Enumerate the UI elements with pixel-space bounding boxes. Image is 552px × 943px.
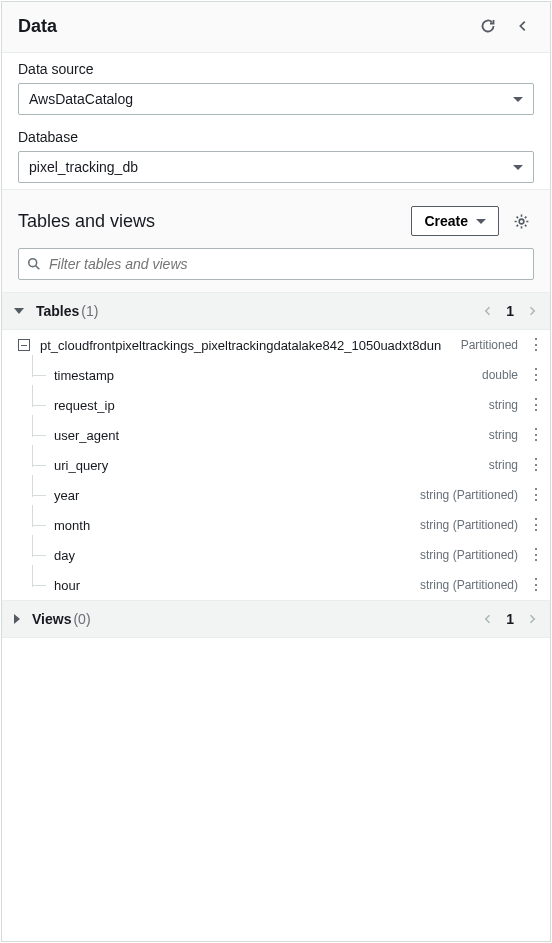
column-menu-button[interactable]: ⋮ bbox=[528, 457, 538, 473]
views-group-header: Views (0) 1 bbox=[2, 600, 550, 638]
triangle-down-icon bbox=[14, 308, 24, 314]
database-value: pixel_tracking_db bbox=[29, 159, 513, 175]
column-type: string (Partitioned) bbox=[420, 578, 518, 592]
database-section: Database pixel_tracking_db bbox=[2, 121, 550, 189]
views-pager: 1 bbox=[482, 611, 538, 627]
column-row: hour string (Partitioned) ⋮ bbox=[2, 570, 550, 600]
column-type: double bbox=[482, 368, 518, 382]
refresh-icon bbox=[480, 18, 496, 34]
column-name: month bbox=[54, 518, 420, 533]
column-row: year string (Partitioned) ⋮ bbox=[2, 480, 550, 510]
search-icon bbox=[27, 257, 41, 271]
filter-container bbox=[2, 248, 550, 292]
column-type: string (Partitioned) bbox=[420, 488, 518, 502]
column-menu-button[interactable]: ⋮ bbox=[528, 427, 538, 443]
chevron-right-icon bbox=[526, 305, 538, 317]
tree-connector bbox=[26, 577, 54, 593]
triangle-right-icon bbox=[14, 614, 20, 624]
column-menu-button[interactable]: ⋮ bbox=[528, 367, 538, 383]
create-button[interactable]: Create bbox=[411, 206, 499, 236]
column-row: month string (Partitioned) ⋮ bbox=[2, 510, 550, 540]
column-menu-button[interactable]: ⋮ bbox=[528, 547, 538, 563]
tables-pager: 1 bbox=[482, 303, 538, 319]
tree-connector bbox=[26, 397, 54, 413]
column-menu-button[interactable]: ⋮ bbox=[528, 397, 538, 413]
collapse-button[interactable] bbox=[512, 15, 534, 37]
datasource-value: AwsDataCatalog bbox=[29, 91, 513, 107]
svg-point-1 bbox=[29, 259, 37, 267]
tree-connector bbox=[26, 487, 54, 503]
tables-views-header: Tables and views Create bbox=[2, 190, 550, 248]
chevron-left-icon bbox=[482, 305, 494, 317]
column-type: string (Partitioned) bbox=[420, 518, 518, 532]
tree-connector bbox=[26, 427, 54, 443]
views-next-page[interactable] bbox=[526, 613, 538, 625]
column-name: request_ip bbox=[54, 398, 489, 413]
tables-group-count: (1) bbox=[81, 303, 98, 319]
chevron-right-icon bbox=[526, 613, 538, 625]
tree-connector bbox=[26, 547, 54, 563]
database-select[interactable]: pixel_tracking_db bbox=[18, 151, 534, 183]
views-prev-page[interactable] bbox=[482, 613, 494, 625]
column-menu-button[interactable]: ⋮ bbox=[528, 517, 538, 533]
column-menu-button[interactable]: ⋮ bbox=[528, 577, 538, 593]
filter-input[interactable] bbox=[49, 256, 525, 272]
column-row: user_agent string ⋮ bbox=[2, 420, 550, 450]
datasource-section: Data source AwsDataCatalog bbox=[2, 53, 550, 121]
column-row: timestamp double ⋮ bbox=[2, 360, 550, 390]
column-row: request_ip string ⋮ bbox=[2, 390, 550, 420]
column-menu-button[interactable]: ⋮ bbox=[528, 487, 538, 503]
tables-toggle[interactable] bbox=[14, 308, 24, 314]
column-row: uri_query string ⋮ bbox=[2, 450, 550, 480]
header-actions bbox=[476, 14, 534, 38]
caret-down-icon bbox=[513, 97, 523, 102]
data-panel: Data Data source AwsDataCatalog Database bbox=[1, 1, 551, 942]
tree-connector bbox=[26, 517, 54, 533]
tables-next-page[interactable] bbox=[526, 305, 538, 317]
column-name: hour bbox=[54, 578, 420, 593]
column-name: year bbox=[54, 488, 420, 503]
partitioned-badge: Partitioned bbox=[461, 338, 518, 352]
datasource-label: Data source bbox=[18, 61, 534, 77]
settings-button[interactable] bbox=[509, 209, 534, 234]
views-group-count: (0) bbox=[73, 611, 90, 627]
panel-title: Data bbox=[18, 16, 57, 37]
table-row: pt_cloudfrontpixeltrackings_pixeltrackin… bbox=[2, 330, 550, 360]
create-button-label: Create bbox=[424, 213, 468, 229]
views-page-number: 1 bbox=[506, 611, 514, 627]
views-toggle[interactable] bbox=[14, 614, 20, 624]
tables-group-header: Tables (1) 1 bbox=[2, 292, 550, 330]
chevron-left-icon bbox=[516, 19, 530, 33]
tables-views-title: Tables and views bbox=[18, 211, 155, 232]
gear-icon bbox=[513, 213, 530, 230]
collapse-table-toggle[interactable] bbox=[18, 339, 30, 351]
database-label: Database bbox=[18, 129, 534, 145]
tree-connector bbox=[26, 457, 54, 473]
column-type: string (Partitioned) bbox=[420, 548, 518, 562]
column-name: uri_query bbox=[54, 458, 489, 473]
tables-page-number: 1 bbox=[506, 303, 514, 319]
column-row: day string (Partitioned) ⋮ bbox=[2, 540, 550, 570]
column-type: string bbox=[489, 398, 518, 412]
column-name: day bbox=[54, 548, 420, 563]
column-name: timestamp bbox=[54, 368, 482, 383]
svg-point-0 bbox=[519, 219, 524, 224]
table-name[interactable]: pt_cloudfrontpixeltrackings_pixeltrackin… bbox=[40, 338, 453, 353]
column-name: user_agent bbox=[54, 428, 489, 443]
table-menu-button[interactable]: ⋮ bbox=[528, 337, 538, 353]
filter-box[interactable] bbox=[18, 248, 534, 280]
caret-down-icon bbox=[476, 219, 486, 224]
tables-prev-page[interactable] bbox=[482, 305, 494, 317]
refresh-button[interactable] bbox=[476, 14, 500, 38]
column-type: string bbox=[489, 458, 518, 472]
views-group-label: Views bbox=[32, 611, 71, 627]
tables-group-label: Tables bbox=[36, 303, 79, 319]
column-type: string bbox=[489, 428, 518, 442]
datasource-select[interactable]: AwsDataCatalog bbox=[18, 83, 534, 115]
panel-header: Data bbox=[2, 2, 550, 53]
caret-down-icon bbox=[513, 165, 523, 170]
tree-connector bbox=[26, 367, 54, 383]
chevron-left-icon bbox=[482, 613, 494, 625]
tables-views-actions: Create bbox=[411, 206, 534, 236]
